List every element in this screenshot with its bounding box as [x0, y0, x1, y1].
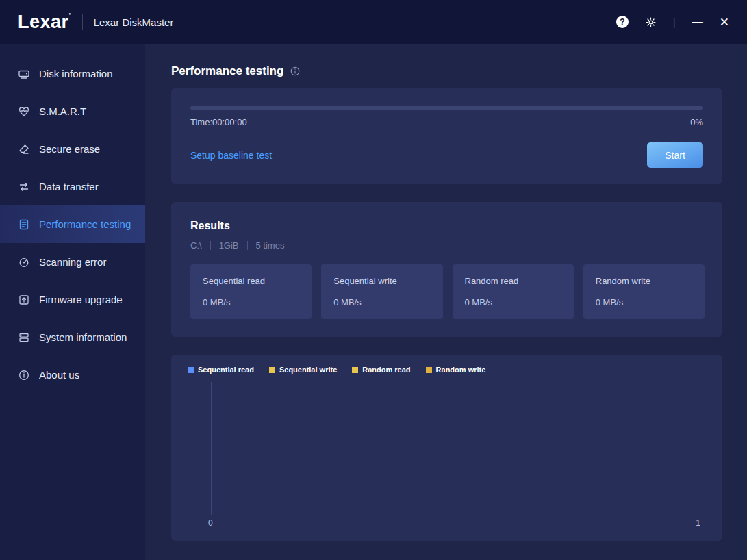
- tile-value: 0 MB/s: [333, 297, 430, 307]
- divider: [210, 241, 211, 250]
- legend-swatch-icon: [269, 367, 275, 373]
- close-button[interactable]: ✕: [720, 16, 729, 28]
- titlebar-divider: [82, 14, 83, 30]
- result-tiles: Sequential read 0 MB/s Sequential write …: [190, 264, 705, 319]
- setup-baseline-test-link[interactable]: Setup baseline test: [190, 150, 272, 161]
- help-icon[interactable]: ?: [616, 16, 629, 28]
- sidebar-item-about-us[interactable]: About us: [0, 356, 145, 394]
- progress-bar: [190, 106, 703, 110]
- app-title: Lexar DiskMaster: [94, 16, 174, 28]
- controls-separator: |: [673, 16, 676, 28]
- tile-label: Random write: [596, 276, 692, 286]
- progress-percent: 0%: [690, 117, 703, 127]
- data-transfer-icon: [18, 181, 30, 193]
- legend-sequential-write[interactable]: Sequential write: [269, 366, 337, 374]
- elapsed-time: Time:00:00:00: [190, 117, 247, 127]
- sidebar-item-label: Scanning error: [39, 256, 106, 268]
- sidebar-item-firmware-upgrade[interactable]: Firmware upgrade: [0, 281, 145, 318]
- chart-plot-area: [211, 382, 700, 515]
- test-size: 1GiB: [219, 240, 239, 251]
- tile-value: 0 MB/s: [465, 297, 561, 307]
- page-header: Performance testing: [171, 64, 722, 78]
- legend-sequential-read[interactable]: Sequential read: [188, 366, 254, 374]
- sidebar-item-label: Performance testing: [39, 218, 131, 230]
- results-panel: Results C:\ 1GiB 5 times Sequential read…: [171, 202, 722, 337]
- sidebar-item-label: S.M.A.R.T: [39, 105, 86, 117]
- legend-swatch-icon: [426, 367, 432, 373]
- page-title: Performance testing: [171, 64, 283, 78]
- titlebar: Lexar' Lexar DiskMaster ? | — ✕: [0, 0, 747, 44]
- tile-random-read: Random read 0 MB/s: [453, 264, 574, 319]
- smart-heart-icon: [18, 105, 30, 118]
- tile-value: 0 MB/s: [203, 297, 299, 307]
- performance-testing-icon: [18, 218, 30, 231]
- tile-label: Random read: [465, 276, 561, 286]
- tile-value: 0 MB/s: [596, 297, 692, 307]
- sidebar-item-system-information[interactable]: System information: [0, 318, 145, 356]
- tile-sequential-read: Sequential read 0 MB/s: [190, 264, 312, 319]
- progress-meta: Time:00:00:00 0%: [190, 117, 703, 127]
- system-information-icon: [18, 331, 30, 344]
- x-tick-min: 0: [208, 518, 213, 528]
- app-window: Lexar' Lexar DiskMaster ? | — ✕ Disk inf…: [0, 0, 747, 560]
- main-content: Performance testing Time:00:00:00 0% Set…: [145, 44, 747, 560]
- lexar-logo: Lexar': [18, 12, 71, 33]
- chart-x-axis-ticks: 0 1: [208, 518, 700, 528]
- divider: [247, 241, 248, 250]
- sidebar-item-smart[interactable]: S.M.A.R.T: [0, 92, 145, 130]
- settings-gear-icon[interactable]: [645, 16, 657, 28]
- legend-swatch-icon: [352, 367, 358, 373]
- results-parameters: C:\ 1GiB 5 times: [190, 240, 705, 251]
- test-actions: Setup baseline test Start: [190, 142, 703, 168]
- disk-icon: [18, 68, 30, 80]
- sidebar-item-performance-testing[interactable]: Performance testing: [0, 205, 145, 243]
- legend-swatch-icon: [188, 367, 194, 373]
- chart-legend: Sequential read Sequential write Random …: [188, 366, 706, 374]
- window-controls: ? | — ✕: [616, 16, 729, 28]
- test-panel: Time:00:00:00 0% Setup baseline test Sta…: [171, 88, 722, 184]
- chart-panel: Sequential read Sequential write Random …: [171, 355, 722, 541]
- test-iterations: 5 times: [256, 240, 285, 251]
- sidebar-item-label: Disk information: [39, 68, 113, 79]
- sidebar-item-secure-erase[interactable]: Secure erase: [0, 130, 145, 168]
- secure-erase-icon: [18, 143, 30, 155]
- x-tick-max: 1: [696, 518, 700, 528]
- sidebar-item-disk-information[interactable]: Disk information: [0, 55, 145, 92]
- sidebar-item-label: About us: [39, 369, 79, 381]
- scanning-error-icon: [18, 256, 30, 268]
- target-drive: C:\: [190, 240, 202, 251]
- minimize-button[interactable]: —: [692, 16, 703, 27]
- sidebar-item-scanning-error[interactable]: Scanning error: [0, 243, 145, 281]
- start-button[interactable]: Start: [647, 142, 703, 168]
- tile-random-write: Random write 0 MB/s: [583, 264, 705, 319]
- legend-random-write[interactable]: Random write: [426, 366, 486, 374]
- info-icon[interactable]: [290, 66, 301, 77]
- sidebar-item-label: Data transfer: [39, 181, 99, 192]
- sidebar-item-label: System information: [39, 331, 127, 343]
- tile-label: Sequential read: [203, 276, 299, 286]
- sidebar-item-label: Secure erase: [39, 143, 100, 155]
- about-us-icon: [18, 369, 30, 381]
- sidebar: Disk information S.M.A.R.T Secure erase …: [0, 44, 145, 560]
- tile-sequential-write: Sequential write 0 MB/s: [321, 264, 442, 319]
- legend-random-read[interactable]: Random read: [352, 366, 410, 374]
- sidebar-item-data-transfer[interactable]: Data transfer: [0, 168, 145, 205]
- sidebar-item-label: Firmware upgrade: [39, 294, 123, 305]
- trademark-mark: ': [69, 12, 71, 20]
- tile-label: Sequential write: [333, 276, 430, 286]
- results-heading: Results: [190, 220, 705, 232]
- firmware-upgrade-icon: [18, 294, 30, 306]
